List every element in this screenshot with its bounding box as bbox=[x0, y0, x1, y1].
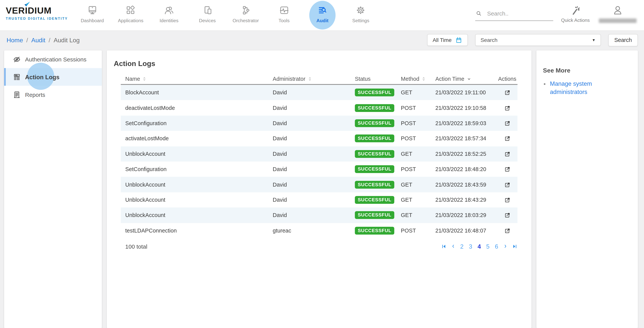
cell-administrator: David bbox=[273, 151, 355, 157]
pagination-page-5[interactable]: 5 bbox=[486, 243, 490, 250]
manage-system-administrators-link[interactable]: Manage system administrators bbox=[550, 80, 592, 95]
pagination-prev-button[interactable] bbox=[450, 244, 456, 249]
applications-icon bbox=[125, 5, 136, 16]
table-row[interactable]: UnblockAccount David SUCCESSFUL GET 21/0… bbox=[121, 208, 518, 223]
status-badge: SUCCESSFUL bbox=[355, 196, 394, 204]
column-header-status[interactable]: Status bbox=[355, 76, 401, 82]
user-menu[interactable] bbox=[598, 5, 638, 23]
cell-action-time: 21/03/2022 18:43:29 bbox=[435, 197, 497, 203]
nav-item-applications[interactable]: Applications bbox=[112, 0, 150, 31]
pagination-first-button[interactable] bbox=[441, 244, 447, 249]
status-badge: SUCCESSFUL bbox=[355, 150, 394, 158]
column-label: Status bbox=[355, 76, 370, 82]
nav-item-orchestrator[interactable]: Orchestrator bbox=[226, 0, 265, 31]
column-header-administrator[interactable]: Administrator bbox=[273, 76, 355, 82]
nav-item-audit[interactable]: Audit bbox=[303, 0, 342, 31]
cell-method: GET bbox=[401, 197, 435, 203]
calendar-icon bbox=[455, 36, 462, 44]
sidebar-item-reports[interactable]: Reports bbox=[4, 86, 102, 103]
cell-method: GET bbox=[401, 90, 435, 96]
open-details-button[interactable] bbox=[504, 181, 510, 188]
quick-actions-label: Quick Actions bbox=[561, 18, 590, 22]
table-row[interactable]: UnblockAccount David SUCCESSFUL GET 21/0… bbox=[121, 177, 518, 192]
table-row[interactable]: testLDAPConnection gtureac SUCCESSFUL PO… bbox=[121, 223, 518, 238]
status-badge: SUCCESSFUL bbox=[355, 181, 394, 188]
time-filter-button[interactable]: All Time bbox=[427, 34, 468, 46]
column-header-actions: Actions bbox=[497, 76, 518, 82]
open-details-button[interactable] bbox=[504, 212, 510, 218]
pagination-page-4[interactable]: 4 bbox=[477, 243, 482, 250]
column-header-name[interactable]: Name bbox=[121, 76, 273, 82]
status-badge: SUCCESSFUL bbox=[355, 211, 394, 219]
breadcrumb-audit[interactable]: Audit bbox=[31, 36, 45, 43]
sidebar-item-action-logs[interactable]: Action Logs bbox=[4, 68, 102, 86]
cell-name: activateLostMode bbox=[121, 136, 273, 142]
column-header-action-time[interactable]: Action Time bbox=[435, 76, 497, 82]
orchestrator-icon bbox=[240, 5, 251, 16]
total-count: 100 total bbox=[121, 243, 148, 250]
logo-check-icon bbox=[24, 2, 30, 7]
open-details-button[interactable] bbox=[504, 89, 510, 96]
global-search-input[interactable] bbox=[487, 10, 544, 17]
nav-item-devices[interactable]: Devices bbox=[188, 0, 226, 31]
sidebar-item-authentication-sessions[interactable]: Authentication Sessions bbox=[4, 50, 102, 68]
cell-name: SetConfiguration bbox=[121, 166, 273, 172]
pagination-next-button[interactable] bbox=[503, 244, 508, 249]
veridium-logo[interactable]: VERIDIUM TRUSTED DIGITAL IDENTITY bbox=[6, 6, 76, 20]
table-row[interactable]: UnblockAccount David SUCCESSFUL GET 21/0… bbox=[121, 146, 518, 162]
status-badge: SUCCESSFUL bbox=[355, 89, 394, 96]
cell-administrator: David bbox=[273, 90, 355, 96]
cell-administrator: David bbox=[273, 105, 355, 111]
dashboard-icon bbox=[87, 5, 98, 16]
pagination-page-3[interactable]: 3 bbox=[468, 243, 473, 250]
search-button-label: Search bbox=[614, 37, 632, 43]
page: VERIDIUM TRUSTED DIGITAL IDENTITY Dashbo… bbox=[0, 0, 644, 328]
open-details-button[interactable] bbox=[504, 151, 510, 157]
pagination-last-button[interactable] bbox=[512, 244, 518, 249]
open-details-button[interactable] bbox=[504, 120, 510, 127]
nav-label: Applications bbox=[118, 18, 143, 23]
time-filter-label: All Time bbox=[432, 37, 452, 43]
pagination-page-2[interactable]: 2 bbox=[460, 243, 464, 250]
nav-item-settings[interactable]: Settings bbox=[342, 0, 380, 31]
logo-tagline: TRUSTED DIGITAL IDENTITY bbox=[6, 16, 76, 20]
table-row[interactable]: activateLostMode David SUCCESSFUL POST 2… bbox=[121, 131, 518, 146]
breadcrumb-home[interactable]: Home bbox=[6, 36, 23, 43]
cell-method: POST bbox=[401, 166, 435, 172]
open-in-new-icon bbox=[504, 151, 510, 157]
table-row[interactable]: deactivateLostMode David SUCCESSFUL POST… bbox=[121, 100, 518, 116]
quick-actions-button[interactable]: Quick Actions bbox=[557, 5, 594, 22]
status-badge: SUCCESSFUL bbox=[355, 104, 394, 112]
cell-administrator: gtureac bbox=[273, 228, 355, 234]
nav-item-tools[interactable]: Tools bbox=[265, 0, 303, 31]
cell-method: GET bbox=[401, 181, 435, 187]
sort-desc-icon bbox=[467, 77, 471, 81]
table-row[interactable]: UnblockAccount David SUCCESSFUL GET 21/0… bbox=[121, 192, 518, 207]
open-details-button[interactable] bbox=[504, 135, 510, 142]
audit-icon bbox=[317, 5, 328, 16]
table-row[interactable]: BlockAccount David SUCCESSFUL GET 21/03/… bbox=[121, 85, 518, 100]
action-logs-table: Name Administrator Status Method bbox=[121, 74, 518, 238]
table-row[interactable]: SetConfiguration David SUCCESSFUL POST 2… bbox=[121, 116, 518, 131]
nav-item-identities[interactable]: Identities bbox=[150, 0, 188, 31]
cell-administrator: David bbox=[273, 197, 355, 203]
nav-label: Orchestrator bbox=[232, 18, 259, 23]
sort-icon bbox=[308, 77, 312, 81]
search-button[interactable]: Search bbox=[608, 34, 638, 46]
open-details-button[interactable] bbox=[504, 196, 510, 203]
column-label: Administrator bbox=[273, 76, 305, 82]
open-in-new-icon bbox=[504, 105, 510, 111]
open-details-button[interactable] bbox=[504, 105, 510, 111]
cell-name: testLDAPConnection bbox=[121, 228, 273, 234]
pagination-page-6[interactable]: 6 bbox=[494, 243, 499, 250]
filter-bar: All Time Search ▼ Search bbox=[427, 34, 638, 46]
column-header-method[interactable]: Method bbox=[401, 76, 435, 82]
sidebar-item-label: Reports bbox=[25, 91, 45, 98]
open-details-button[interactable] bbox=[504, 166, 510, 172]
nav-item-dashboard[interactable]: Dashboard bbox=[73, 0, 111, 31]
open-details-button[interactable] bbox=[504, 227, 510, 234]
table-row[interactable]: SetConfiguration David SUCCESSFUL POST 2… bbox=[121, 162, 518, 177]
sidebar-item-label: Authentication Sessions bbox=[25, 56, 86, 63]
nav-label: Tools bbox=[278, 18, 290, 23]
search-field-select[interactable]: Search ▼ bbox=[475, 34, 601, 46]
